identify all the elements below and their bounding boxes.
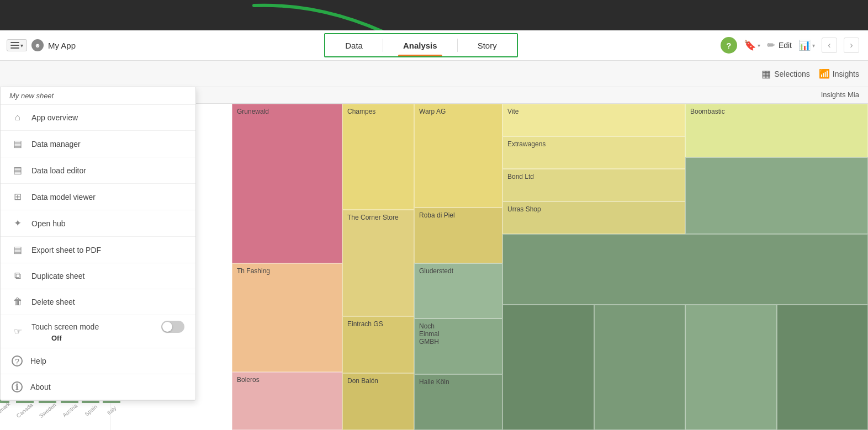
treemap-col-4a: Vite Extrawagens Bond Ltd Urras Shop (502, 104, 685, 234)
chevron-down-icon: ▾ (20, 43, 23, 49)
menu-label-app-overview: App overview (31, 113, 184, 122)
treemap-area: Cost of Sales 312.52k - 416.64k 208.4k -… (110, 104, 868, 430)
menu-item-touch-mode: ☞ Touch screen mode Off (1, 315, 195, 348)
chart-type-button[interactable]: 📊 ▾ (798, 39, 815, 51)
content-area: My new sheet ⌂ App overview ▤ Data manag… (0, 87, 868, 430)
tm-eintrach[interactable]: Eintrach GS (342, 316, 414, 373)
tab-story[interactable]: Story (458, 34, 517, 56)
menu-item-export-sheet[interactable]: ▤ Export sheet to PDF (1, 237, 195, 263)
tm-green-block-3[interactable] (502, 305, 594, 430)
menu-item-data-model-viewer[interactable]: ⊞ Data model viewer (1, 184, 195, 210)
secondary-bar: ▦ Selections 📶 Insights (0, 61, 868, 87)
bar-canada-label: Canada (15, 402, 34, 419)
nav-left: ▾ ☻ My App (0, 39, 121, 51)
pencil-icon: ✏ (767, 39, 775, 51)
tm-green-block-5[interactable] (685, 305, 777, 430)
tm-noch-einmal[interactable]: NochEinmalGMBH (414, 318, 502, 374)
menu-label-about: About (30, 383, 184, 391)
bar-austria-label: Austria (61, 402, 78, 418)
selections-button[interactable]: ▦ Selections (761, 68, 810, 80)
duplicate-icon: ⧉ (12, 270, 24, 282)
insights-mia-label: Insights Mia (812, 87, 868, 102)
toggle-knob (162, 322, 172, 332)
tm-th-fashing[interactable]: Th Fashing (232, 263, 342, 372)
model-icon: ⊞ (12, 191, 24, 203)
tm-don-balon[interactable]: Don Balón (342, 373, 414, 430)
nav-center: Data Analysis Story (121, 33, 721, 57)
treemap-col-4-bottom-row (502, 305, 868, 430)
tm-extrawagens[interactable]: Extrawagens (502, 136, 685, 169)
tm-bond-ltd[interactable]: Bond Ltd (502, 169, 685, 201)
selections-label: Selections (774, 70, 810, 78)
insights-icon: 📶 (819, 68, 830, 79)
export-icon: ▤ (12, 244, 24, 256)
treemap-grid: Grunewald Th Fashing Boleros Champes The… (232, 104, 868, 430)
app-icon: ☻ (31, 39, 44, 51)
trash-icon: 🗑 (12, 296, 24, 307)
tab-group: Data Analysis Story (324, 33, 517, 57)
app-name: My App (48, 41, 76, 50)
bar-denmark-label: Denmark (0, 401, 11, 420)
nav-bar: ▾ ☻ My App Data Analysis Story ? 🔖 ▾ ✏ E… (0, 30, 868, 61)
menu-item-about[interactable]: ℹ About (1, 374, 195, 400)
menu-item-delete-sheet[interactable]: 🗑 Delete sheet (1, 289, 195, 315)
hub-icon: ✦ (12, 217, 24, 229)
hamburger-menu-button[interactable]: ▾ (7, 39, 27, 51)
chevron-down-icon: ▾ (812, 43, 815, 49)
tm-urras-shop[interactable]: Urras Shop (502, 201, 685, 234)
insights-label: Insights (833, 70, 859, 78)
tm-halle-koln[interactable]: Halle Köln (414, 374, 502, 430)
menu-label-duplicate-sheet: Duplicate sheet (31, 272, 184, 280)
tm-vite[interactable]: Vite (502, 104, 685, 136)
treemap-col-3: Warp AG Roba di Piel Gluderstedt NochEin… (414, 104, 502, 430)
bar-sweden-label: Sweden (38, 402, 57, 420)
treemap-col-4-bottom (502, 234, 868, 430)
dropdown-menu: My new sheet ⌂ App overview ▤ Data manag… (0, 87, 196, 401)
tm-green-block-2[interactable] (502, 234, 868, 305)
tab-analysis[interactable]: Analysis (383, 34, 457, 56)
bar-spain-label: Spain (83, 404, 98, 417)
tm-green-block-6[interactable] (777, 305, 869, 430)
info-icon: ℹ (12, 381, 23, 392)
menu-label-data-load-editor: Data load editor (31, 166, 184, 175)
treemap-col-4: Vite Extrawagens Bond Ltd Urras Shop Boo… (502, 104, 868, 430)
menu-label-data-manager: Data manager (31, 140, 184, 148)
menu-label-open-hub: Open hub (31, 219, 184, 228)
tm-roba-di-piel[interactable]: Roba di Piel (414, 208, 502, 263)
hamburger-icon (10, 42, 19, 49)
touch-mode-toggle[interactable] (161, 321, 184, 333)
grid-icon: ▦ (761, 68, 771, 80)
question-icon: ? (12, 355, 23, 367)
menu-item-data-manager[interactable]: ▤ Data manager (1, 131, 195, 157)
tm-boleros[interactable]: Boleros (232, 372, 342, 431)
edit-label: Edit (779, 41, 792, 50)
menu-item-help[interactable]: ? Help (1, 348, 195, 374)
nav-forward-button[interactable]: › (844, 38, 859, 53)
menu-item-app-overview[interactable]: ⌂ App overview (1, 105, 195, 131)
tm-gluderstedt[interactable]: Gluderstedt (414, 263, 502, 319)
insights-button[interactable]: 📶 Insights (819, 68, 859, 79)
tm-grunewald[interactable]: Grunewald (232, 104, 342, 263)
table-icon: ▤ (12, 138, 24, 150)
help-button[interactable]: ? (721, 37, 737, 54)
menu-label-delete-sheet: Delete sheet (31, 298, 184, 306)
tm-boombastic[interactable]: Boombastic (685, 104, 868, 157)
menu-item-open-hub[interactable]: ✦ Open hub (1, 210, 195, 237)
tm-green-block-1[interactable] (685, 157, 868, 234)
menu-item-duplicate-sheet[interactable]: ⧉ Duplicate sheet (1, 263, 195, 289)
treemap-col-2: Champes The Corner Store Eintrach GS Don… (342, 104, 414, 430)
tm-warp-ag[interactable]: Warp AG (414, 104, 502, 208)
touch-mode-label: Touch screen mode (31, 322, 99, 331)
edit-area[interactable]: ✏ Edit (767, 39, 792, 51)
menu-label-help: Help (30, 357, 184, 365)
nav-back-button[interactable]: ‹ (822, 38, 837, 53)
top-bar (0, 0, 868, 30)
editor-icon: ▤ (12, 164, 24, 176)
tab-data[interactable]: Data (325, 34, 383, 56)
tm-champes[interactable]: Champes (342, 104, 414, 210)
tm-corner-store[interactable]: The Corner Store (342, 210, 414, 316)
bookmark-button[interactable]: 🔖 ▾ (744, 39, 760, 51)
menu-label-export-sheet: Export sheet to PDF (31, 246, 184, 254)
tm-green-block-4[interactable] (594, 305, 686, 430)
menu-item-data-load-editor[interactable]: ▤ Data load editor (1, 157, 195, 184)
